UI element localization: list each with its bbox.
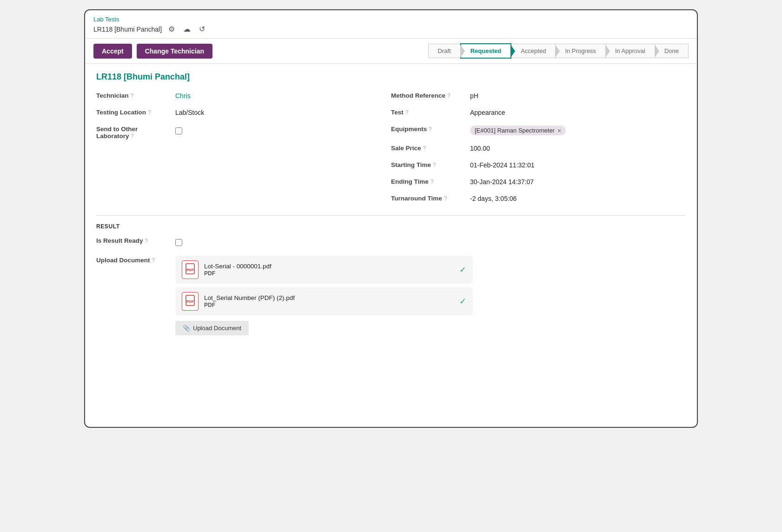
equipments-value: [E#001] Raman Spectrometer × — [470, 125, 566, 135]
ending-time-field: Ending Time ? 30-Jan-2024 14:37:07 — [391, 177, 672, 186]
doc-type-1: PDF — [204, 270, 454, 277]
technician-help-icon[interactable]: ? — [131, 93, 134, 99]
is-result-ready-help-icon[interactable]: ? — [145, 238, 148, 244]
sale-price-value: 100.00 — [470, 144, 490, 152]
result-section-divider — [96, 215, 686, 216]
doc-filename-1[interactable]: Lot-Serial - 0000001.pdf — [204, 263, 454, 270]
documents-list: PDF Lot-Serial - 0000001.pdf PDF ✓ — [175, 256, 473, 335]
technician-label: Technician ? — [96, 91, 171, 99]
test-label: Test ? — [391, 108, 465, 116]
testing-location-label: Testing Location ? — [96, 108, 171, 116]
method-reference-value: pH — [470, 91, 478, 100]
equipment-tag-remove[interactable]: × — [557, 127, 561, 134]
pipeline-step-accepted[interactable]: Accepted — [511, 44, 556, 58]
equipments-field: Equipments ? [E#001] Raman Spectrometer … — [391, 125, 672, 135]
is-result-ready-label: Is Result Ready ? — [96, 236, 171, 244]
status-pipeline: Draft Requested Accepted In Progress In … — [428, 43, 689, 59]
ending-time-help-icon[interactable]: ? — [431, 179, 434, 185]
starting-time-value: 01-Feb-2024 11:32:01 — [470, 160, 535, 169]
record-title-row: LR118 [Bhumi Panchal] ⚙ ☁ ↺ — [93, 24, 689, 34]
doc-filename-2[interactable]: Lot_Serial Number (PDF) (2).pdf — [204, 294, 454, 301]
left-column: Technician ? Chris Testing Location ? La… — [96, 91, 391, 211]
test-field: Test ? Appearance — [391, 108, 672, 116]
send-to-other-lab-field: Send to Other Laboratory ? — [96, 125, 377, 140]
method-reference-help-icon[interactable]: ? — [447, 93, 451, 99]
pipeline-step-in-approval[interactable]: In Approval — [605, 44, 655, 58]
method-reference-label: Method Reference ? — [391, 91, 465, 99]
is-result-ready-checkbox[interactable] — [175, 239, 182, 246]
send-to-other-lab-label: Send to Other Laboratory ? — [96, 125, 171, 140]
test-help-icon[interactable]: ? — [405, 109, 409, 116]
testing-location-field: Testing Location ? Lab/Stock — [96, 108, 377, 116]
accept-button[interactable]: Accept — [93, 44, 132, 59]
doc-icon-2: PDF — [182, 292, 199, 311]
send-to-other-lab-checkbox[interactable] — [175, 127, 182, 134]
pipeline-step-requested[interactable]: Requested — [460, 43, 511, 59]
breadcrumb: Lab Tests — [93, 16, 689, 23]
doc-name-1: Lot-Serial - 0000001.pdf PDF — [204, 263, 454, 277]
sale-price-label: Sale Price ? — [391, 144, 465, 152]
pdf-icon-2: PDF — [186, 295, 195, 308]
refresh-icon[interactable]: ↺ — [197, 24, 207, 34]
form-title: LR118 [Bhumi Panchal] — [96, 72, 686, 82]
main-window: Lab Tests LR118 [Bhumi Panchal] ⚙ ☁ ↺ Ac… — [84, 9, 698, 428]
sale-price-field: Sale Price ? 100.00 — [391, 144, 672, 152]
doc-name-2: Lot_Serial Number (PDF) (2).pdf PDF — [204, 294, 454, 308]
svg-text:PDF: PDF — [186, 299, 194, 304]
upload-document-label: Upload Document ? — [96, 256, 171, 264]
ending-time-label: Ending Time ? — [391, 177, 465, 185]
technician-value[interactable]: Chris — [175, 91, 191, 100]
pipeline-step-done[interactable]: Done — [655, 44, 689, 58]
doc-check-icon-2: ✓ — [459, 296, 466, 306]
toolbar: Accept Change Technician Draft Requested… — [85, 39, 697, 64]
document-item-1: PDF Lot-Serial - 0000001.pdf PDF ✓ — [175, 256, 473, 284]
equipments-label: Equipments ? — [391, 125, 465, 133]
change-technician-button[interactable]: Change Technician — [137, 44, 212, 59]
technician-field: Technician ? Chris — [96, 91, 377, 100]
turnaround-time-field: Turnaround Time ? -2 days, 3:05:06 — [391, 194, 672, 202]
gear-icon[interactable]: ⚙ — [166, 24, 177, 34]
paperclip-icon: 📎 — [183, 325, 190, 332]
test-value: Appearance — [470, 108, 505, 116]
starting-time-field: Starting Time ? 01-Feb-2024 11:32:01 — [391, 160, 672, 169]
doc-type-2: PDF — [204, 302, 454, 308]
right-column: Method Reference ? pH Test ? Appearance — [391, 91, 686, 211]
equipment-tag: [E#001] Raman Spectrometer × — [470, 126, 566, 135]
pdf-icon-1: PDF — [186, 263, 195, 277]
is-result-ready-checkbox-wrapper — [175, 236, 182, 247]
pipeline-step-in-progress[interactable]: In Progress — [555, 44, 605, 58]
result-section-title: RESULT — [96, 223, 686, 230]
document-item-2: PDF Lot_Serial Number (PDF) (2).pdf PDF … — [175, 287, 473, 315]
starting-time-label: Starting Time ? — [391, 160, 465, 168]
testing-location-help-icon[interactable]: ? — [148, 109, 151, 116]
upload-document-field: Upload Document ? PDF Lot- — [96, 256, 686, 335]
pipeline-step-draft[interactable]: Draft — [428, 44, 461, 58]
method-reference-field: Method Reference ? pH — [391, 91, 672, 100]
cloud-icon[interactable]: ☁ — [181, 24, 192, 34]
form-grid: Technician ? Chris Testing Location ? La… — [96, 91, 686, 211]
turnaround-time-help-icon[interactable]: ? — [444, 195, 447, 202]
top-bar: Lab Tests LR118 [Bhumi Panchal] ⚙ ☁ ↺ — [85, 10, 697, 39]
doc-check-icon-1: ✓ — [459, 265, 466, 275]
upload-document-help-icon[interactable]: ? — [152, 257, 155, 264]
turnaround-time-value: -2 days, 3:05:06 — [470, 194, 517, 202]
doc-icon-1: PDF — [182, 260, 199, 279]
ending-time-value: 30-Jan-2024 14:37:07 — [470, 177, 534, 186]
equipments-help-icon[interactable]: ? — [429, 126, 432, 133]
is-result-ready-field: Is Result Ready ? — [96, 236, 686, 247]
starting-time-help-icon[interactable]: ? — [433, 162, 436, 168]
record-id: LR118 [Bhumi Panchal] — [93, 26, 162, 33]
svg-text:PDF: PDF — [186, 268, 194, 272]
send-to-other-lab-help-icon[interactable]: ? — [131, 133, 134, 140]
main-content: LR118 [Bhumi Panchal] Technician ? Chris… — [85, 64, 697, 352]
upload-document-button[interactable]: 📎 Upload Document — [175, 321, 249, 335]
testing-location-value: Lab/Stock — [175, 108, 204, 116]
sale-price-help-icon[interactable]: ? — [423, 145, 426, 152]
send-to-other-lab-checkbox-wrapper — [175, 125, 182, 136]
turnaround-time-label: Turnaround Time ? — [391, 194, 465, 202]
